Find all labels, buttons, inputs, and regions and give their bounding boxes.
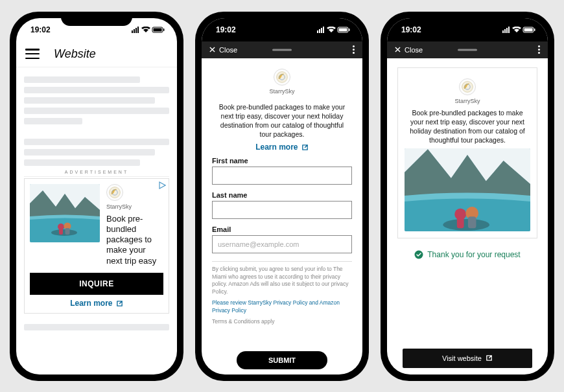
brand-privacy-link[interactable]: StarrySky Privacy Policy (248, 299, 307, 306)
kebab-menu-icon[interactable] (538, 45, 540, 54)
disclaimer-consent: By clicking submit, you agree to send yo… (212, 266, 352, 295)
phone-mockup-1: 19:02 Website ADVERTISEMENT (10, 12, 183, 381)
notch (246, 12, 318, 26)
skeleton-line (24, 97, 155, 104)
phone-mockup-3: 19:02 Close StarrySky Book pre-bundled p… (381, 12, 554, 381)
ad-image (30, 184, 100, 242)
skeleton-line (24, 159, 140, 166)
status-icons (317, 27, 351, 33)
site-title: Website (54, 47, 96, 61)
first-name-label: First name (212, 157, 352, 165)
page-body: ADVERTISEMENT StarrySky Book pre-bundled… (16, 67, 177, 375)
kebab-menu-icon[interactable] (353, 45, 355, 54)
learn-more-label: Learn more (70, 299, 112, 308)
email-label: Email (212, 225, 352, 233)
brand-name: StarrySky (269, 88, 294, 95)
learn-more-label: Learn more (255, 143, 298, 152)
confirmation-body: StarrySky Book pre-bundled packages to m… (387, 58, 548, 375)
ad-card: StarrySky Book pre-bundled packages to m… (24, 178, 169, 314)
close-label[interactable]: Close (219, 46, 237, 54)
inquire-button[interactable]: INQUIRE (30, 273, 163, 295)
learn-more-link[interactable]: Learn more (212, 143, 352, 152)
brand-name: StarrySky (454, 98, 480, 104)
skeleton-line (24, 87, 169, 93)
drag-handle[interactable] (272, 49, 292, 51)
brand-logo (106, 184, 123, 201)
phone-mockup-2: 19:02 Close StarrySky Book pre-bundled p… (195, 12, 369, 381)
visit-website-button[interactable]: Visit website (403, 349, 532, 368)
skeleton-line (24, 324, 169, 330)
learn-more-link[interactable]: Learn more (30, 299, 163, 308)
status-icons (132, 27, 165, 33)
terms-note: Terms & Conditions apply (212, 318, 352, 325)
disclaimer-review: Please review StarrySky Privacy Policy a… (212, 299, 352, 314)
skeleton-line (24, 76, 140, 83)
skeleton-line (24, 118, 82, 124)
visit-website-label: Visit website (442, 354, 482, 362)
brand-name: StarrySky (106, 203, 163, 210)
email-input[interactable] (212, 235, 352, 253)
status-icons (502, 27, 536, 33)
confirmation-description: Book pre-bundled packages to make your n… (405, 108, 530, 145)
ad-disclosure-label: ADVERTISEMENT (24, 170, 169, 177)
thank-you-message: Thank you for your request (397, 250, 537, 259)
form-description: Book pre-bundled packages to make your n… (212, 102, 352, 139)
status-time: 19:02 (216, 25, 236, 34)
external-link-icon (301, 144, 309, 151)
close-icon[interactable] (209, 46, 215, 54)
site-header: Website (16, 41, 177, 67)
brand-logo (459, 78, 476, 95)
menu-icon[interactable] (25, 49, 40, 59)
skeleton-line (24, 139, 169, 145)
confirmation-card: StarrySky Book pre-bundled packages to m… (397, 67, 537, 239)
external-link-icon (486, 354, 493, 362)
modal-header: Close (387, 41, 548, 58)
close-icon[interactable] (395, 46, 401, 54)
modal-header: Close (202, 41, 362, 58)
checkmark-icon (414, 250, 423, 259)
skeleton-line (24, 108, 169, 114)
drag-handle[interactable] (458, 49, 477, 51)
lead-form: StarrySky Book pre-bundled packages to m… (202, 58, 362, 351)
status-time: 19:02 (30, 25, 51, 34)
external-link-icon (116, 300, 123, 307)
skeleton-line (24, 149, 155, 156)
submit-button[interactable]: SUBMIT (237, 351, 327, 369)
confirmation-image (405, 148, 530, 231)
close-label[interactable]: Close (405, 46, 423, 54)
legal-disclaimer: By clicking submit, you agree to send yo… (212, 261, 352, 325)
thank-you-text: Thank you for your request (427, 250, 520, 259)
notch (61, 12, 132, 26)
notch (432, 12, 503, 26)
last-name-input[interactable] (212, 201, 352, 219)
adchoices-icon[interactable] (158, 180, 166, 192)
first-name-input[interactable] (212, 167, 352, 185)
ad-headline: Book pre-bundled packages to make your n… (106, 214, 163, 266)
brand-logo (274, 69, 290, 86)
status-time: 19:02 (401, 25, 421, 34)
last-name-label: Last name (212, 191, 352, 199)
